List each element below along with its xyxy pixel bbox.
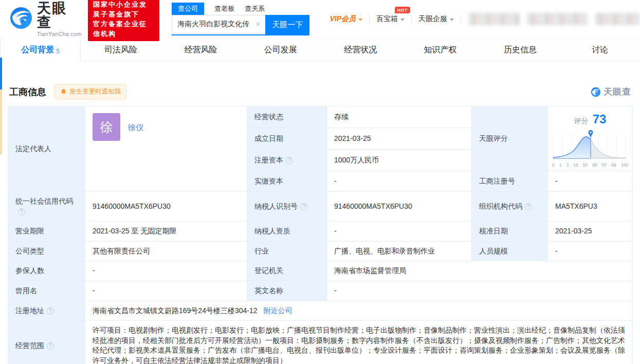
tab-company-development[interactable]: 公司发展 <box>241 39 320 61</box>
official-certification-badge: 国家中小企业发展子基金旗下 官方备案企业征信机构 <box>88 0 159 41</box>
nearby-companies-link[interactable]: 附近公司 <box>263 306 292 315</box>
tab-count-badge: 5 <box>56 48 60 55</box>
tab-discussion[interactable]: 讨论 <box>560 39 640 61</box>
watermark-logo: 天眼查 <box>591 86 631 98</box>
hot-badge: HOT <box>395 7 411 13</box>
enterprise-service-menu[interactable]: 天眼企服 <box>412 14 461 24</box>
business-term-label: 营业期限 <box>8 222 85 242</box>
reg-authority-value: 海南省市场监督管理局 <box>327 261 633 281</box>
chevron-down-icon <box>450 19 454 21</box>
treasure-box-label: 百宝箱 <box>376 14 398 24</box>
taxpayer-id-value: 91460000MA5TX6PU30 <box>327 192 472 222</box>
chevron-down-icon <box>400 19 405 21</box>
help-icon[interactable]: ? <box>300 203 307 210</box>
tab-intellectual-property[interactable]: 知识产权 <box>400 39 480 61</box>
help-icon[interactable]: ? <box>525 203 532 210</box>
org-code-value: MA5TX6PU3 <box>548 192 633 222</box>
reg-address-value: 海南省文昌市文城镇文蔚路169号24号楼三楼304-12 <box>93 306 258 315</box>
business-scope-value: 许可项目：电视剧制作；电视剧发行；电影发行；电影放映；广播电视节目制作经营；电子… <box>85 321 633 364</box>
watermark-text: 天眼查 <box>604 86 631 98</box>
tianyancha-logo-icon <box>9 6 33 32</box>
section-header: 工商信息 发生变更时通知我 天眼查 <box>9 84 632 99</box>
industry-value: 广播、电视、电影和录音制作业 <box>327 241 472 261</box>
main-content: 工商信息 发生变更时通知我 天眼查 <box>0 84 640 364</box>
search-tab-relation[interactable]: 查关系 <box>245 3 265 15</box>
reg-address-cell: 海南省文昌市文城镇文蔚路169号24号楼三楼304-12 附近公司 <box>85 301 633 321</box>
treasure-box-menu[interactable]: HOT 百宝箱 <box>370 14 411 24</box>
company-section-tabs: 公司背景 5 司法风险 经营风险 公司发展 经营状况 知识产权 历史信息 讨论 <box>0 38 640 62</box>
taxpayer-id-label: 纳税人识别号? <box>247 192 327 222</box>
header-menu: VIP会员 HOT 百宝箱 天眼企服 <box>323 13 640 25</box>
taxpayer-quality-label: 纳税人资质 <box>247 222 327 242</box>
business-status-value: 存续 <box>327 106 472 128</box>
paid-capital-label: 实缴资本 <box>247 171 327 192</box>
approval-date-value: 2021-03-25 <box>548 222 633 242</box>
staff-size-value: - <box>548 241 633 261</box>
score-distribution-curve: 01 315 5085 9799 100 <box>552 129 629 169</box>
credit-code-label: 统一社会信用代码? <box>8 192 85 222</box>
registered-capital-value: 1000万人民币 <box>327 150 472 171</box>
tianyancha-logo[interactable]: 天眼查 TianYanCha.com <box>9 2 82 37</box>
legal-rep-name-link[interactable]: 徐仪 <box>128 122 143 133</box>
top-header: 天眼查 TianYanCha.com 国家中小企业发展子基金旗下 官方备案企业征… <box>0 0 640 38</box>
search-area: 查公司 查老板 查关系 × 天眼一下 <box>172 3 309 35</box>
established-date-value: 2021-03-25 <box>327 128 472 150</box>
search-tabs: 查公司 查老板 查关系 <box>172 3 309 15</box>
reg-number-value: - <box>548 171 633 192</box>
legal-rep-avatar[interactable]: 徐 <box>93 113 120 141</box>
search-tab-boss[interactable]: 查老板 <box>214 3 234 15</box>
search-tab-company[interactable]: 查公司 <box>172 3 204 15</box>
taxpayer-quality-value: - <box>327 222 472 242</box>
reg-authority-label: 登记机关 <box>247 261 327 281</box>
help-icon[interactable]: ? <box>47 307 54 315</box>
bell-icon <box>60 88 67 95</box>
insured-count-label: 参保人数 <box>8 261 85 281</box>
vip-member-menu[interactable]: VIP会员 <box>323 14 369 24</box>
help-icon[interactable]: ? <box>47 342 54 350</box>
reg-number-label: 工商注册号 <box>472 171 548 192</box>
legal-rep-label: 法定代表人 <box>8 106 85 192</box>
tab-operation-status[interactable]: 经营状况 <box>321 39 400 61</box>
search-input[interactable] <box>172 15 265 33</box>
english-name-value: - <box>327 281 633 301</box>
former-name-value: - <box>85 281 247 301</box>
score-value: 73 <box>593 111 607 128</box>
reg-address-label: 注册地址? <box>8 301 85 321</box>
legal-rep-cell: 徐 徐仪 <box>85 106 247 192</box>
badge-line1: 国家中小企业发展子基金旗下 <box>93 0 154 19</box>
logo-subtitle: TianYanCha.com <box>37 31 82 37</box>
tab-judicial-risk[interactable]: 司法风险 <box>81 39 160 61</box>
tianyancha-watermark-icon <box>591 87 601 97</box>
vip-member-label: VIP会员 <box>330 14 356 24</box>
help-icon[interactable]: ? <box>286 157 293 164</box>
former-name-label: 曾用名 <box>8 281 85 301</box>
english-name-label: 英文名称 <box>247 281 327 301</box>
industry-label: 行业 <box>247 241 327 261</box>
tab-company-background[interactable]: 公司背景 5 <box>0 39 81 62</box>
clear-icon[interactable]: × <box>256 20 261 28</box>
section-title: 工商信息 <box>9 86 46 98</box>
help-icon[interactable]: ? <box>18 208 25 215</box>
insured-count-value: - <box>85 261 247 281</box>
chevron-down-icon <box>358 19 362 21</box>
search-button[interactable]: 天眼一下 <box>265 15 309 34</box>
business-info-table: 法定代表人 徐 徐仪 经营状态 存续 天眼评分 评分 73 <box>8 106 633 364</box>
search-bar: × 天眼一下 <box>172 15 309 35</box>
score-prefix: 评分 <box>574 116 589 126</box>
tab-history-info[interactable]: 历史信息 <box>480 39 560 61</box>
notify-on-change-button[interactable]: 发生变更时通知我 <box>54 84 126 99</box>
company-type-label: 公司类型 <box>8 241 85 261</box>
enterprise-service-label: 天眼企服 <box>418 14 447 24</box>
badge-line2: 官方备案企业征信机构 <box>93 19 154 39</box>
staff-size-label: 人员规模 <box>472 241 548 261</box>
menu-divider <box>461 15 461 23</box>
business-term-value: 2021-03-25 至 无固定期限 <box>85 222 247 242</box>
registered-capital-label: 注册资本? <box>247 150 327 171</box>
established-date-label: 成立日期 <box>247 128 327 150</box>
approval-date-label: 核准日期 <box>472 222 548 242</box>
org-code-label: 组织机构代码? <box>472 192 548 222</box>
score-axis-ticks: 01 315 5085 9799 100 <box>552 162 628 169</box>
tab-operation-risk[interactable]: 经营风险 <box>161 39 241 61</box>
tianyancha-company-page: 天眼查 TianYanCha.com 国家中小企业发展子基金旗下 官方备案企业征… <box>0 0 640 364</box>
paid-capital-value: - <box>327 171 472 192</box>
